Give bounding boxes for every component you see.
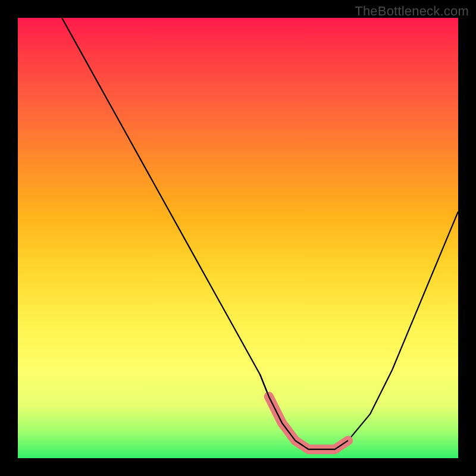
plot-area (18, 18, 458, 458)
bottleneck-curve-left (62, 18, 269, 396)
highlight-band (269, 396, 348, 449)
watermark-text: TheBottleneck.com (355, 4, 469, 19)
bottleneck-curve-right (335, 212, 458, 450)
curve-svg (18, 18, 458, 458)
chart-frame: TheBottleneck.com (0, 0, 476, 476)
